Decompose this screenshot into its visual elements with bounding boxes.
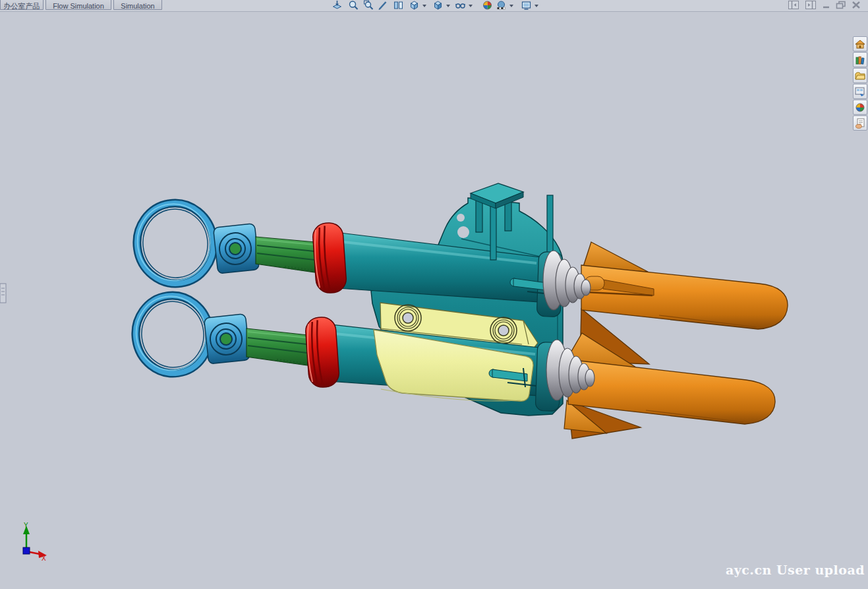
close-button[interactable] — [851, 1, 861, 9]
minimize-button[interactable] — [821, 1, 832, 9]
edit-appearance-icon[interactable] — [496, 0, 507, 11]
tab-simulation[interactable]: Simulation — [113, 0, 162, 10]
apply-scene-icon[interactable] — [482, 0, 493, 11]
bracket-notch — [457, 214, 465, 222]
bracket-notch — [457, 226, 469, 238]
view-settings-dropdown[interactable] — [535, 5, 538, 7]
tab-flow-simulation[interactable]: Flow Simulation — [45, 0, 111, 10]
collapse-left-pane-button[interactable] — [788, 1, 799, 9]
shaft-end-pin — [229, 242, 242, 255]
appearances-scenes-button[interactable] — [853, 100, 867, 115]
edit-appearance-dropdown[interactable] — [509, 5, 513, 7]
normal-to-view-icon[interactable] — [332, 0, 343, 11]
restore-button[interactable] — [835, 1, 847, 9]
tab-office-products[interactable]: 办公室产品 — [0, 0, 43, 10]
task-pane — [853, 36, 868, 131]
solidworks-resources-button[interactable] — [853, 36, 867, 51]
file-explorer-button[interactable] — [853, 68, 867, 83]
zoom-to-area-icon[interactable] — [363, 0, 374, 11]
upper-pivot-hub[interactable] — [214, 224, 260, 274]
feature-manager-collapsed-tab[interactable] — [0, 284, 6, 303]
view-settings-icon[interactable] — [521, 0, 532, 11]
view-orientation-dropdown[interactable] — [422, 5, 426, 7]
hide-show-items-icon[interactable] — [455, 0, 466, 11]
folder-icon — [855, 71, 865, 81]
display-style-dropdown[interactable] — [446, 5, 450, 7]
custom-properties-button[interactable] — [853, 115, 867, 131]
view-palette-button[interactable] — [853, 84, 867, 99]
appearances-sphere-icon — [855, 102, 865, 113]
document-hand-icon — [855, 118, 865, 129]
view-palette-icon — [855, 86, 865, 97]
design-library-button[interactable] — [853, 52, 867, 67]
hide-show-items-dropdown[interactable] — [469, 5, 473, 7]
z-axis-origin — [23, 547, 30, 554]
x-axis-label: X — [42, 555, 46, 562]
y-axis-label: Y — [24, 522, 28, 529]
zoom-to-fit-icon[interactable] — [348, 0, 359, 11]
graphics-viewport[interactable]: Y X — [0, 0, 868, 589]
previous-view-icon[interactable] — [378, 0, 389, 11]
shaft-end-pin — [219, 332, 233, 346]
home-icon — [855, 39, 865, 49]
command-bar: 办公室产品 Flow Simulation Simulation — [0, 0, 868, 12]
watermark: ayc.cn User upload — [726, 563, 865, 577]
lower-end-collar[interactable] — [304, 317, 339, 388]
rear-sight-blade — [547, 195, 553, 259]
collapse-right-pane-button[interactable] — [805, 1, 816, 9]
view-orientation-icon[interactable] — [409, 0, 420, 11]
upper-end-collar[interactable] — [312, 222, 347, 294]
books-icon — [855, 55, 865, 65]
lower-pivot-hub[interactable] — [204, 314, 250, 364]
section-view-icon[interactable] — [393, 0, 404, 11]
display-style-icon[interactable] — [432, 0, 444, 11]
